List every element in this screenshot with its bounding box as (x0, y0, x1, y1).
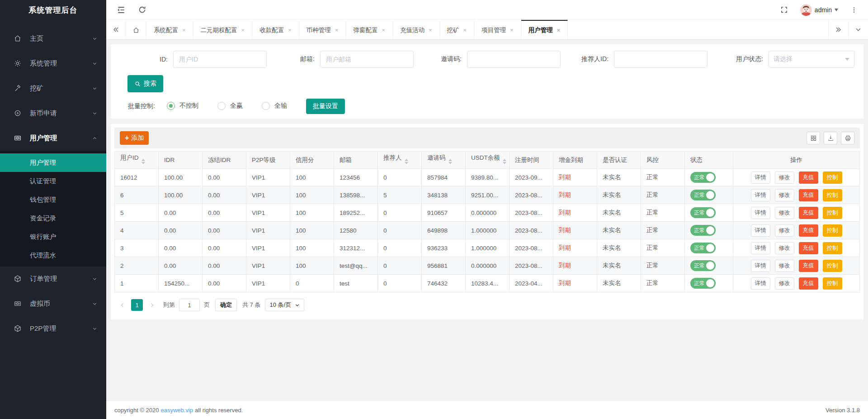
filter-input[interactable] (467, 51, 561, 68)
page-size-select[interactable]: 10 条/页 (265, 299, 304, 311)
sort-icon[interactable] (142, 157, 145, 166)
tab-close-icon[interactable]: × (182, 27, 186, 33)
action-充值-button[interactable]: 充值 (799, 171, 818, 184)
download-icon-button[interactable] (824, 132, 837, 144)
status-toggle[interactable]: 正常 (690, 207, 716, 218)
status-toggle[interactable]: 正常 (690, 260, 716, 271)
sidebar-subitem-资金记录[interactable]: 资金记录 (0, 209, 106, 228)
filter-input[interactable] (173, 51, 267, 68)
prev-page-icon[interactable] (117, 299, 127, 311)
status-toggle[interactable]: 正常 (690, 278, 716, 289)
status-toggle[interactable]: 正常 (690, 172, 716, 183)
col-USDT余额[interactable]: USDT余额 (466, 152, 509, 169)
sidebar-item-系统管理[interactable]: 系统管理 (0, 51, 106, 76)
sidebar-subitem-代理流水[interactable]: 代理流水 (0, 246, 106, 265)
tab-项目管理[interactable]: 项目管理 × (474, 20, 521, 39)
action-修改-button[interactable]: 修改 (775, 277, 794, 290)
goto-confirm-button[interactable]: 确定 (215, 299, 237, 311)
tab-close-icon[interactable]: × (382, 27, 385, 33)
col-用户ID[interactable]: 用户ID (115, 152, 159, 169)
action-修改-button[interactable]: 修改 (775, 189, 794, 201)
tabs-scroll-left-icon[interactable] (106, 20, 126, 39)
avatar[interactable] (800, 4, 812, 16)
action-充值-button[interactable]: 充值 (799, 207, 818, 219)
radio-不控制[interactable]: 不控制 (167, 102, 198, 110)
action-修改-button[interactable]: 修改 (775, 171, 794, 184)
action-控制-button[interactable]: 控制 (823, 189, 842, 201)
refresh-icon[interactable] (134, 2, 150, 18)
sidebar-subitem-认证管理[interactable]: 认证管理 (0, 172, 106, 190)
tab-系统配置[interactable]: 系统配置 × (146, 20, 193, 39)
tab-close-icon[interactable]: × (510, 27, 514, 33)
action-详情-button[interactable]: 详情 (751, 242, 770, 254)
tab-close-icon[interactable]: × (463, 27, 467, 33)
action-修改-button[interactable]: 修改 (775, 260, 794, 272)
sidebar-item-订单管理[interactable]: 订单管理 (0, 267, 106, 291)
tab-币种管理[interactable]: 币种管理 × (299, 20, 346, 39)
tab-弹窗配置[interactable]: 弹窗配置 × (346, 20, 393, 39)
action-充值-button[interactable]: 充值 (799, 189, 818, 201)
action-修改-button[interactable]: 修改 (775, 207, 794, 219)
sidebar-collapse-icon[interactable] (113, 2, 129, 18)
action-控制-button[interactable]: 控制 (823, 207, 842, 219)
tab-close-icon[interactable]: × (335, 27, 339, 33)
action-控制-button[interactable]: 控制 (823, 171, 842, 184)
sidebar-item-用户管理[interactable]: 用户管理 (0, 126, 106, 151)
radio-全赢[interactable]: 全赢 (217, 102, 243, 110)
sidebar-item-虚拟币[interactable]: 虚拟币 (0, 291, 106, 316)
action-修改-button[interactable]: 修改 (775, 224, 794, 237)
action-控制-button[interactable]: 控制 (823, 277, 842, 290)
tab-挖矿[interactable]: 挖矿 × (440, 20, 475, 39)
tab-close-icon[interactable]: × (429, 27, 432, 33)
sort-icon[interactable] (503, 157, 506, 166)
action-详情-button[interactable]: 详情 (751, 277, 770, 290)
footer-link[interactable]: easyweb.vip (160, 407, 193, 414)
filter-input[interactable] (614, 51, 708, 68)
more-menu-icon[interactable] (846, 2, 862, 18)
fullscreen-icon[interactable] (777, 2, 792, 18)
action-控制-button[interactable]: 控制 (823, 260, 842, 272)
next-page-icon[interactable] (147, 299, 157, 311)
action-详情-button[interactable]: 详情 (751, 260, 770, 272)
status-toggle[interactable]: 正常 (690, 243, 716, 253)
user-menu[interactable]: admin (800, 4, 838, 16)
sidebar-item-新币申请[interactable]: 新币申请 (0, 101, 106, 126)
radio-全输[interactable]: 全输 (262, 102, 287, 110)
status-toggle[interactable]: 正常 (690, 225, 716, 236)
action-控制-button[interactable]: 控制 (823, 242, 842, 254)
action-详情-button[interactable]: 详情 (751, 207, 770, 219)
goto-page-input[interactable] (179, 299, 200, 311)
batch-set-button[interactable]: 批量设置 (306, 99, 345, 114)
user-status-select[interactable]: 请选择 (769, 51, 854, 68)
tabs-scroll-right-icon[interactable] (828, 20, 848, 39)
sidebar-item-P2P管理[interactable]: P2P管理 (0, 316, 106, 341)
sort-icon[interactable] (448, 157, 452, 166)
print-icon-button[interactable] (841, 132, 854, 144)
sidebar-subitem-银行账户[interactable]: 银行账户 (0, 228, 106, 246)
sidebar-item-主页[interactable]: 主页 (0, 26, 106, 51)
status-toggle[interactable]: 正常 (690, 190, 716, 200)
sidebar-subitem-用户管理[interactable]: 用户管理 (0, 153, 106, 172)
tab-充值活动[interactable]: 充值活动 × (393, 20, 440, 39)
sidebar-item-挖矿[interactable]: 挖矿 (0, 76, 106, 101)
tabs-dropdown-icon[interactable] (848, 20, 868, 39)
action-充值-button[interactable]: 充值 (799, 242, 818, 254)
tab-二元期权配置[interactable]: 二元期权配置 × (193, 20, 253, 39)
action-充值-button[interactable]: 充值 (799, 224, 818, 237)
tab-用户管理[interactable]: 用户管理 × (521, 20, 568, 39)
sort-icon[interactable] (405, 157, 408, 166)
col-邀请码[interactable]: 邀请码 (422, 152, 466, 169)
search-button[interactable]: 搜索 (127, 75, 163, 92)
action-控制-button[interactable]: 控制 (823, 224, 842, 237)
tab-home[interactable] (126, 20, 146, 39)
tab-close-icon[interactable]: × (241, 27, 245, 33)
col-推荐人[interactable]: 推荐人 (378, 152, 422, 169)
action-充值-button[interactable]: 充值 (799, 277, 818, 290)
action-修改-button[interactable]: 修改 (775, 242, 794, 254)
action-充值-button[interactable]: 充值 (799, 260, 818, 272)
sidebar-subitem-钱包管理[interactable]: 钱包管理 (0, 190, 106, 209)
tab-close-icon[interactable]: × (557, 27, 561, 33)
tab-close-icon[interactable]: × (288, 27, 292, 33)
tab-收款配置[interactable]: 收款配置 × (252, 20, 299, 39)
add-button[interactable]: + 添加 (120, 131, 149, 145)
